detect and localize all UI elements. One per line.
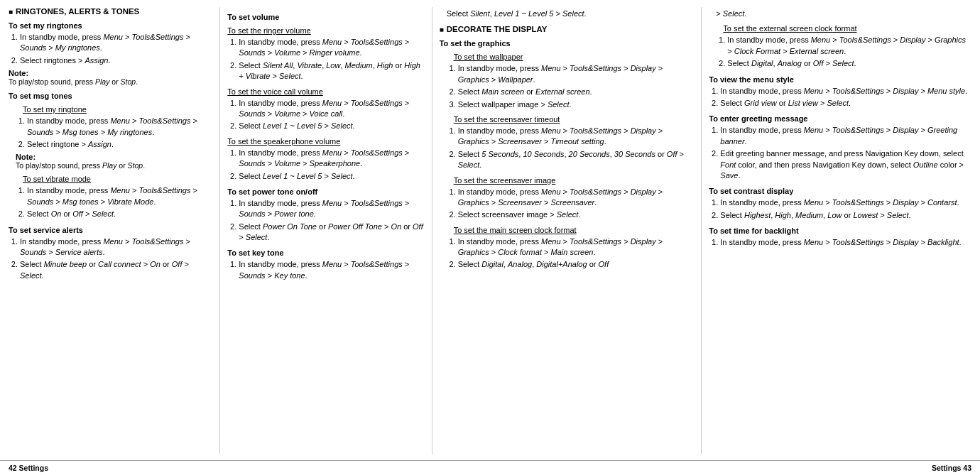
list-item: In standby mode, press Menu > Tools&Sett… (458, 126, 695, 148)
list-power-tone: In standby mode, press Menu > Tools&Sett… (227, 198, 424, 244)
list-item: Select screensaver image > Select. (458, 209, 695, 220)
list-screensaver-image: In standby mode, press Menu > Tools&Sett… (447, 187, 695, 221)
list-item: In standby mode, press Menu > Tools&Sett… (20, 32, 212, 54)
list-item: Select On or Off > Select. (27, 209, 212, 219)
heading-power-tone: To set power tone on/off (227, 187, 424, 196)
list-my-ringtone: In standby mode, press Menu > Tools&Sett… (16, 116, 212, 150)
list-item: Select 5 Seconds, 10 Seconds, 20 Seconds… (458, 149, 695, 171)
list-external-clock: In standby mode, press Menu > Tools&Sett… (716, 35, 971, 69)
list-item: In standby mode, press Menu > Tools&Sett… (720, 125, 971, 147)
list-ringer-volume: In standby mode, press Menu > Tools&Sett… (227, 37, 424, 82)
list-item: In standby mode, press Menu > Tools&Sett… (239, 148, 424, 170)
list-item: Select Silent All, Vibrate, Low, Medium,… (239, 60, 424, 82)
heading-ringer-volume: To set the ringer volume (227, 26, 424, 35)
link-sounds: Sounds (20, 43, 46, 52)
note-label: Note: (16, 153, 36, 161)
column-3: Select Silent, Level 1 ~ Level 5 > Selec… (432, 7, 702, 454)
list-service-alerts: In standby mode, press Menu > Tools&Sett… (9, 236, 212, 282)
heading-voice-volume: To set the voice call volume (227, 87, 424, 96)
list-item: Select ringtones > Assign. (20, 55, 212, 66)
list-vibrate: In standby mode, press Menu > Tools&Sett… (16, 185, 212, 219)
subsection-my-ringtone: To set my ringtone In standby mode, pres… (9, 105, 212, 170)
column-2: To set volume To set the ringer volume I… (220, 7, 432, 454)
list-item: Select Level 1 ~ Level 5 > Select. (239, 121, 424, 131)
list-item: In standby mode, press Menu > Tools&Sett… (458, 187, 695, 209)
heading-main-clock: To set the main screen clock format (447, 226, 695, 234)
list-item: In standby mode, press Menu > Tools&Sett… (27, 116, 212, 138)
list-item: Select ringtone > Assign. (27, 139, 212, 150)
note-box-ringtone: Note: To play/stop sound, press Play or … (16, 153, 212, 170)
list-item: Select wallpaper image > Select. (458, 99, 695, 110)
footer-right: Settings 43 (932, 464, 971, 472)
list-voice-volume: In standby mode, press Menu > Tools&Sett… (227, 98, 424, 132)
list-item: Select Grid view or List view > Select. (720, 98, 971, 109)
heading-speakerphone-volume: To set the speakerphone volume (227, 137, 424, 146)
heading-my-ringtones: To set my ringtones (9, 21, 212, 30)
list-main-clock: In standby mode, press Menu > Tools&Sett… (447, 236, 695, 271)
list-my-ringtones: In standby mode, press Menu > Tools&Sett… (9, 32, 212, 66)
column-4: > Select. To set the external screen clo… (702, 7, 971, 454)
list-item: In standby mode, press Menu > Tools&Sett… (720, 197, 971, 208)
list-item: Edit greeting banner message, and press … (720, 148, 971, 181)
heading-screensaver-image: To set the screensaver image (447, 176, 695, 185)
heading-greeting: To enter greeting message (709, 114, 971, 123)
subsection-main-clock: To set the main screen clock format In s… (440, 226, 695, 271)
subsection-screensaver-timeout: To set the screensaver timeout In standb… (440, 115, 695, 171)
page-footer: 42 Settings Settings 43 (0, 460, 980, 475)
heading-contrast: To set contrast display (709, 187, 971, 195)
footer-left: 42 Settings (9, 464, 48, 472)
heading-vibrate-mode: To set vibrate mode (16, 175, 212, 183)
subsection-vibrate: To set vibrate mode In standby mode, pre… (9, 175, 212, 219)
list-item: In standby mode, press Menu > Tools&Sett… (239, 198, 424, 220)
subsection-external-clock: To set the external screen clock format … (709, 24, 971, 69)
heading-set-graphics: To set the graphics (440, 39, 695, 48)
link-my-ringtones: My ringtones (55, 43, 100, 52)
heading-msg-tones: To set msg tones (9, 92, 212, 100)
list-item: In standby mode, press Menu > Tools&Sett… (20, 236, 212, 258)
list-item: In standby mode, press Menu > Tools&Sett… (720, 86, 971, 97)
list-item: In standby mode, press Menu > Tools&Sett… (720, 237, 971, 248)
list-item: In standby mode, press Menu > Tools&Sett… (239, 98, 424, 120)
list-speakerphone-volume: In standby mode, press Menu > Tools&Sett… (227, 148, 424, 182)
list-item: Select Digital, Analog or Off > Select. (727, 58, 971, 69)
list-greeting: In standby mode, press Menu > Tools&Sett… (709, 125, 971, 181)
note-text: To play/stop sound, press Play or Stop. (16, 161, 145, 170)
list-backlight: In standby mode, press Menu > Tools&Sett… (709, 237, 971, 248)
list-item: In standby mode, press Menu > Tools&Sett… (458, 236, 695, 258)
heading-backlight: To set time for backlight (709, 226, 971, 235)
list-screensaver-timeout: In standby mode, press Menu > Tools&Sett… (447, 126, 695, 171)
list-key-tone: In standby mode, press Menu > Tools&Sett… (227, 259, 424, 281)
heading-key-tone: To set key tone (227, 249, 424, 257)
heading-set-volume: To set volume (227, 13, 424, 21)
list-item: In standby mode, press Menu > Tools&Sett… (239, 259, 424, 281)
link-tools: Tools&Settings (131, 33, 183, 41)
heading-screensaver-timeout: To set the screensaver timeout (447, 115, 695, 124)
subsection-wallpaper: To set the wallpaper In standby mode, pr… (440, 53, 695, 110)
heading-menu-style: To view the menu style (709, 75, 971, 84)
list-item: In standby mode, press Menu > Tools&Sett… (458, 63, 695, 85)
section-title-decorate: DECORATE THE DISPLAY (440, 25, 695, 33)
column-1: RINGTONES, ALERTS & TONES To set my ring… (9, 7, 220, 454)
heading-service-alerts: To set service alerts (9, 226, 212, 234)
list-item: Select Main screen or External screen. (458, 87, 695, 97)
list-contrast: In standby mode, press Menu > Tools&Sett… (709, 197, 971, 221)
note-label: Note: (9, 69, 28, 77)
list-item: Select Power On Tone or Power Off Tone >… (239, 222, 424, 244)
list-item: In standby mode, press Menu > Tools&Sett… (239, 37, 424, 59)
list-menu-style: In standby mode, press Menu > Tools&Sett… (709, 86, 971, 109)
note-box-ringtones: Note: To play/stop sound, press Play or … (9, 69, 212, 86)
list-item: In standby mode, press Menu > Tools&Sett… (27, 185, 212, 207)
step-select-trailing: > Select. (709, 9, 971, 19)
list-item: In standby mode, press Menu > Tools&Sett… (727, 35, 971, 57)
list-item: Select Digital, Analog, Digital+Analog o… (458, 259, 695, 270)
link-menu: Menu (103, 33, 123, 41)
heading-external-clock: To set the external screen clock format (716, 24, 971, 33)
heading-set-my-ringtone: To set my ringtone (16, 105, 212, 114)
list-item: Select Highest, High, Medium, Low or Low… (720, 210, 971, 221)
list-item: Select Level 1 ~ Level 5 > Select. (239, 171, 424, 182)
heading-wallpaper: To set the wallpaper (447, 53, 695, 61)
subsection-screensaver-image: To set the screensaver image In standby … (440, 176, 695, 221)
note-text: To play/stop sound, press Play or Stop. (9, 77, 138, 86)
section-title-ringtones: RINGTONES, ALERTS & TONES (9, 7, 212, 16)
link-assign: Assign (85, 56, 108, 65)
